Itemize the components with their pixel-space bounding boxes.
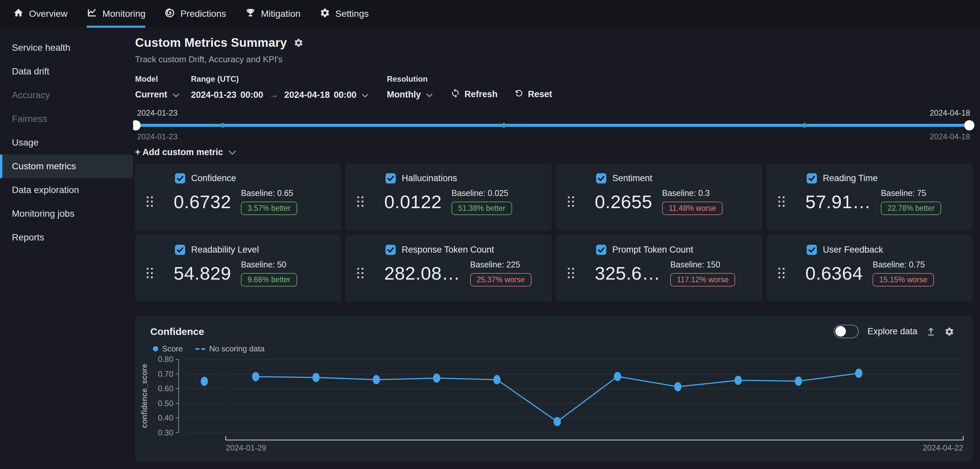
- nav-tab-label: Settings: [336, 9, 369, 19]
- slider-track[interactable]: [135, 124, 969, 127]
- sidebar-item-reports[interactable]: Reports: [0, 226, 133, 249]
- drag-handle-icon[interactable]: [346, 192, 375, 211]
- slider-month-marker: [502, 123, 506, 128]
- metric-checkbox[interactable]: [175, 173, 185, 183]
- data-point: [614, 372, 621, 381]
- metric-checkbox[interactable]: [175, 245, 185, 255]
- refresh-button[interactable]: Refresh: [450, 88, 498, 100]
- sidebar-item-monitoring-jobs[interactable]: Monitoring jobs: [0, 202, 133, 226]
- sidebar-item-label: Custom metrics: [12, 161, 76, 172]
- refresh-label: Refresh: [464, 89, 498, 99]
- resolution-select[interactable]: Monthly: [387, 90, 433, 100]
- metric-card-content: Reading Time57.91…Baseline: 7522.78% bet…: [796, 163, 973, 230]
- y-tick-label: 0.70: [158, 370, 173, 378]
- metric-card: Readability Level54.829Baseline: 509.66%…: [135, 235, 341, 302]
- sidebar-item-label: Usage: [12, 137, 38, 148]
- chart-svg: 0.800.700.600.500.400.30confidence_score…: [137, 355, 969, 460]
- sidebar-item-label: Data exploration: [12, 185, 79, 195]
- metric-baseline: Baseline: 75: [881, 188, 941, 198]
- nav-tab-overview[interactable]: Overview: [13, 0, 68, 28]
- chart-legend: Score No scoring data: [153, 344, 973, 353]
- nav-tab-predictions[interactable]: Predictions: [164, 0, 226, 28]
- add-custom-metric-button[interactable]: + Add custom metric: [135, 147, 236, 157]
- export-upload-icon[interactable]: [926, 327, 936, 337]
- drag-handle-icon[interactable]: [556, 192, 585, 211]
- metric-label: Hallucinations: [402, 173, 457, 183]
- chart-line: [256, 373, 859, 421]
- refresh-icon: [450, 88, 460, 100]
- metric-delta-badge: 15.15% worse: [873, 273, 934, 286]
- controls-bar: Model Current Range (UTC) 2024-01-23 00:…: [135, 75, 973, 100]
- metric-delta-badge: 9.66% better: [241, 273, 297, 286]
- metric-baseline: Baseline: 50: [241, 259, 297, 270]
- metric-card-content: Response Token Count282.08…Baseline: 225…: [375, 235, 552, 302]
- data-point: [433, 374, 440, 383]
- nav-tab-settings[interactable]: Settings: [320, 0, 369, 28]
- drag-handle-icon[interactable]: [556, 263, 585, 283]
- chart-settings-gear-icon[interactable]: [944, 327, 954, 337]
- x-axis-end-label: 2024-04-22: [923, 443, 963, 452]
- sidebar: Service healthData driftAccuracyFairness…: [0, 28, 133, 469]
- metric-card: Reading Time57.91…Baseline: 7522.78% bet…: [767, 163, 973, 230]
- gear-icon: [320, 8, 330, 21]
- metric-checkbox[interactable]: [807, 245, 817, 255]
- metric-checkbox[interactable]: [385, 173, 396, 183]
- metric-checkbox[interactable]: [807, 173, 817, 183]
- metric-card-content: User Feedback0.6364Baseline: 0.7515.15% …: [796, 235, 973, 302]
- slider-handle-start[interactable]: [133, 120, 141, 130]
- metric-baseline: Baseline: 0.75: [873, 259, 934, 270]
- sidebar-item-data-drift[interactable]: Data drift: [0, 60, 133, 83]
- sidebar-item-fairness[interactable]: Fairness: [0, 107, 133, 131]
- sidebar-item-label: Fairness: [12, 114, 47, 124]
- model-select[interactable]: Current: [135, 90, 179, 100]
- metric-checkbox[interactable]: [596, 173, 606, 183]
- chevron-down-icon: [362, 90, 368, 100]
- model-control: Model Current: [135, 75, 179, 100]
- metric-value: 0.6732: [173, 191, 231, 212]
- page-settings-gear-icon[interactable]: [294, 38, 304, 48]
- drag-handle-icon[interactable]: [767, 263, 796, 283]
- sidebar-item-data-exploration[interactable]: Data exploration: [0, 178, 133, 202]
- data-point: [200, 377, 208, 386]
- app-root: Overview Monitoring Predictions Mitigati…: [0, 0, 980, 469]
- range-select[interactable]: 2024-01-23 00:00 → 2024-04-18 00:00: [191, 90, 368, 100]
- reset-button[interactable]: Reset: [514, 88, 552, 100]
- sidebar-item-custom-metrics[interactable]: Custom metrics: [0, 154, 133, 178]
- add-custom-metric-label: + Add custom metric: [135, 147, 223, 157]
- sidebar-item-usage[interactable]: Usage: [0, 131, 133, 154]
- nav-tab-mitigation[interactable]: Mitigation: [245, 0, 301, 28]
- arrow-right-icon: →: [267, 90, 280, 100]
- drag-handle-icon[interactable]: [135, 263, 164, 283]
- confidence-line-chart: 0.800.700.600.500.400.30confidence_score…: [135, 355, 973, 460]
- chart-title: Confidence: [150, 326, 204, 337]
- slider-handle-end[interactable]: [964, 120, 974, 130]
- metric-delta-badge: 3.57% better: [241, 202, 297, 215]
- slider-end-date-label: 2024-04-18: [929, 108, 970, 118]
- slider-month-marker: [802, 123, 807, 128]
- sidebar-item-service-health[interactable]: Service health: [0, 36, 133, 60]
- metric-checkbox[interactable]: [596, 245, 606, 255]
- page-subtitle: Track custom Drift, Accuracy and KPI's: [135, 54, 973, 65]
- sidebar-item-accuracy[interactable]: Accuracy: [0, 83, 133, 107]
- data-point: [312, 373, 320, 382]
- slider-end-date-sublabel: 2024-04-18: [929, 132, 970, 141]
- slider-month-marker: [221, 123, 225, 128]
- data-point: [674, 382, 681, 391]
- metric-value: 325.6…: [595, 262, 660, 284]
- range-start-time: 00:00: [240, 90, 263, 100]
- drag-handle-icon[interactable]: [767, 192, 796, 211]
- metric-checkbox[interactable]: [385, 245, 396, 255]
- nav-tab-label: Overview: [29, 9, 68, 19]
- metric-card: Confidence0.6732Baseline: 0.653.57% bett…: [135, 163, 341, 230]
- metric-card-content: Prompt Token Count325.6…Baseline: 150117…: [585, 235, 762, 302]
- explore-data-toggle[interactable]: [834, 325, 859, 338]
- y-tick-label: 0.80: [158, 355, 173, 364]
- sidebar-item-label: Accuracy: [12, 90, 50, 100]
- nav-tab-monitoring[interactable]: Monitoring: [87, 0, 146, 28]
- drag-handle-icon[interactable]: [346, 263, 375, 283]
- metric-card: Hallucinations0.0122Baseline: 0.02551.38…: [346, 163, 552, 230]
- drag-handle-icon[interactable]: [135, 192, 164, 211]
- metric-card-content: Readability Level54.829Baseline: 509.66%…: [164, 235, 341, 302]
- home-icon: [13, 8, 24, 21]
- metric-delta-badge: 117.12% worse: [670, 273, 735, 286]
